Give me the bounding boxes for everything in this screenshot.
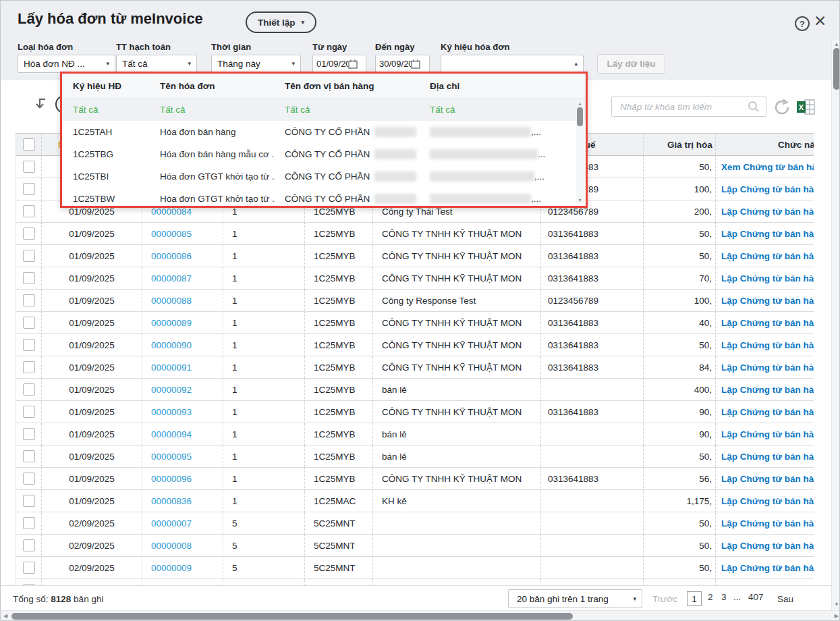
- row-checkbox[interactable]: [23, 317, 35, 329]
- row-checkbox[interactable]: [23, 361, 35, 373]
- next-page-button[interactable]: Sau: [777, 594, 793, 604]
- invoice-number-cell: 00000088: [142, 290, 223, 311]
- row-checkbox[interactable]: [23, 473, 35, 485]
- search-input[interactable]: [612, 97, 747, 116]
- scroll-down-icon[interactable]: ▼: [577, 198, 583, 203]
- scroll-left-icon[interactable]: ◀: [3, 614, 7, 619]
- action-link[interactable]: Lập Chứng từ bán hàng: [721, 273, 814, 284]
- invoice-number-link[interactable]: 00000836: [151, 496, 192, 506]
- symbol-dropdown-header: Ký hiệu HĐ Tên hóa đơn Tên đơn vị bán hà…: [62, 74, 586, 99]
- action-link[interactable]: Lập Chứng từ bán hàng: [721, 563, 814, 573]
- symbol-option-row[interactable]: 1C25TAHHóa đơn bán hàngCÔNG TY CỔ PHẦN,.…: [62, 121, 586, 143]
- load-data-button[interactable]: Lấy dữ liệu: [597, 54, 665, 74]
- action-link[interactable]: Lập Chứng từ bán hàng: [721, 207, 814, 217]
- refresh-icon[interactable]: [773, 98, 791, 117]
- invoice-number-link[interactable]: 00000090: [151, 340, 192, 350]
- action-link[interactable]: Lập Chứng từ bán hàng: [721, 184, 814, 194]
- symbol-option-all[interactable]: Tất cả Tất cả Tất cả Tất cả: [62, 99, 586, 121]
- excel-export-icon[interactable]: X: [797, 99, 815, 115]
- invoice-number-link[interactable]: 00000087: [151, 273, 192, 284]
- row-checkbox[interactable]: [23, 250, 35, 262]
- row-checkbox[interactable]: [23, 450, 35, 462]
- symbol-option-row[interactable]: 1C25TBIHóa đơn GTGT khởi tạo từ ...CÔNG …: [62, 165, 586, 188]
- invoice-number-link[interactable]: 00000085: [151, 229, 192, 239]
- row-checkbox[interactable]: [23, 539, 35, 551]
- invoice-number-link[interactable]: 00000091: [151, 362, 192, 373]
- invoice-number-link[interactable]: 00000008: [151, 541, 192, 551]
- row-checkbox[interactable]: [23, 562, 35, 574]
- row-checkbox[interactable]: [23, 205, 35, 217]
- row-checkbox[interactable]: [23, 339, 35, 351]
- horizontal-scrollbar-thumb[interactable]: [11, 613, 573, 620]
- action-link[interactable]: Lập Chứng từ bán hàng: [721, 318, 814, 328]
- action-link[interactable]: Lập Chứng từ bán hàng: [721, 407, 814, 417]
- symbol-select[interactable]: ▴: [441, 55, 584, 73]
- accounting-select[interactable]: Tất cả ▾: [116, 55, 197, 73]
- row-checkbox[interactable]: [23, 406, 35, 418]
- action-link[interactable]: Xem Chứng từ bán hàng: [721, 162, 814, 172]
- action-link[interactable]: Lập Chứng từ bán hàng: [721, 251, 814, 261]
- row-checkbox[interactable]: [23, 294, 35, 306]
- action-link[interactable]: Lập Chứng từ bán hàng: [721, 429, 814, 439]
- action-link[interactable]: Lập Chứng từ bán hàng: [721, 496, 814, 506]
- scroll-up-icon[interactable]: ▲: [834, 42, 839, 47]
- invoice-number-link[interactable]: 00000086: [151, 251, 192, 261]
- help-icon[interactable]: ?: [795, 16, 810, 31]
- invoice-number-link[interactable]: 00000093: [151, 407, 192, 417]
- scroll-down-icon[interactable]: ▼: [834, 602, 839, 608]
- vertical-scrollbar[interactable]: ▲ ▼: [831, 40, 840, 610]
- col-header-amount[interactable]: Giá trị hóa đơn: [644, 134, 716, 155]
- row-checkbox[interactable]: [23, 495, 35, 507]
- import-arrow-icon[interactable]: [31, 95, 49, 113]
- dropdown-scrollbar[interactable]: ▲ ▼: [576, 101, 584, 204]
- invoice-number-link[interactable]: 00000096: [151, 474, 192, 484]
- page-number[interactable]: 3: [721, 592, 727, 602]
- row-checkbox[interactable]: [23, 272, 35, 284]
- action-link[interactable]: Lập Chứng từ bán hàng: [721, 474, 814, 484]
- invoice-number-link[interactable]: 00000094: [151, 429, 192, 439]
- action-link[interactable]: Lập Chứng từ bán hàng: [721, 340, 814, 350]
- action-link[interactable]: Lập Chứng từ bán hàng: [721, 296, 814, 306]
- action-link[interactable]: Lập Chứng từ bán hàng: [721, 541, 814, 551]
- page-number[interactable]: 407: [748, 592, 764, 602]
- symbol-option-row[interactable]: 1C25TBGHóa đơn bán hàng mẫu cơ ...CÔNG T…: [62, 143, 586, 165]
- horizontal-scrollbar[interactable]: ◀ ▶: [1, 610, 840, 621]
- to-date-input[interactable]: 30/09/2025: [375, 55, 430, 73]
- invoice-type-select[interactable]: Hóa đơn NĐ ... ▾: [18, 55, 115, 73]
- action-link[interactable]: Lập Chứng từ bán hàng: [721, 229, 814, 239]
- row-checkbox[interactable]: [23, 183, 35, 195]
- prev-page-button[interactable]: Trước: [652, 594, 677, 604]
- invoice-number-link[interactable]: 00000089: [151, 318, 192, 328]
- invoice-number-link[interactable]: 00000009: [151, 563, 192, 573]
- row-checkbox[interactable]: [23, 428, 35, 440]
- row-checkbox[interactable]: [23, 517, 35, 529]
- page-number-current[interactable]: 1: [687, 591, 702, 606]
- row-checkbox[interactable]: [23, 383, 35, 396]
- action-link[interactable]: Lập Chứng từ bán hàng: [721, 385, 814, 395]
- action-link[interactable]: Lập Chứng từ bán hàng: [721, 452, 814, 462]
- row-checkbox[interactable]: [23, 227, 35, 240]
- redacted-block: [430, 194, 531, 204]
- invoice-number-link[interactable]: 00000007: [151, 518, 192, 529]
- from-date-input[interactable]: 01/09/2025: [312, 55, 366, 73]
- close-icon[interactable]: ✕: [814, 14, 827, 29]
- page-size-select[interactable]: 20 bản ghi trên 1 trang ▾: [508, 589, 642, 608]
- scroll-up-icon[interactable]: ▲: [577, 101, 583, 107]
- invoice-symbol: 1C25MYB: [305, 312, 373, 333]
- row-checkbox[interactable]: [23, 161, 35, 173]
- invoice-number-link[interactable]: 00000088: [151, 296, 192, 306]
- dropdown-scrollbar-thumb[interactable]: [577, 107, 583, 126]
- settings-button[interactable]: Thiết lập ▾: [246, 11, 316, 33]
- invoice-number-link[interactable]: 00000092: [151, 385, 192, 395]
- symbol-option-row[interactable]: 1C25TBWHóa đơn GTGT khởi tạo từ ...CÔNG …: [62, 188, 586, 208]
- col-header-action[interactable]: Chức năng: [716, 134, 814, 155]
- page-number[interactable]: 2: [708, 592, 713, 602]
- scroll-right-icon[interactable]: ▶: [835, 614, 839, 619]
- invoice-number-link[interactable]: 00000095: [151, 452, 192, 462]
- action-link[interactable]: Lập Chứng từ bán hàng: [721, 362, 814, 373]
- option-symbol: 1C25TBI: [62, 171, 149, 182]
- period-select[interactable]: Tháng này ▾: [211, 55, 301, 73]
- select-all-checkbox[interactable]: [23, 138, 35, 151]
- action-link[interactable]: Lập Chứng từ bán hàng: [721, 518, 814, 529]
- vertical-scrollbar-thumb[interactable]: [833, 48, 840, 90]
